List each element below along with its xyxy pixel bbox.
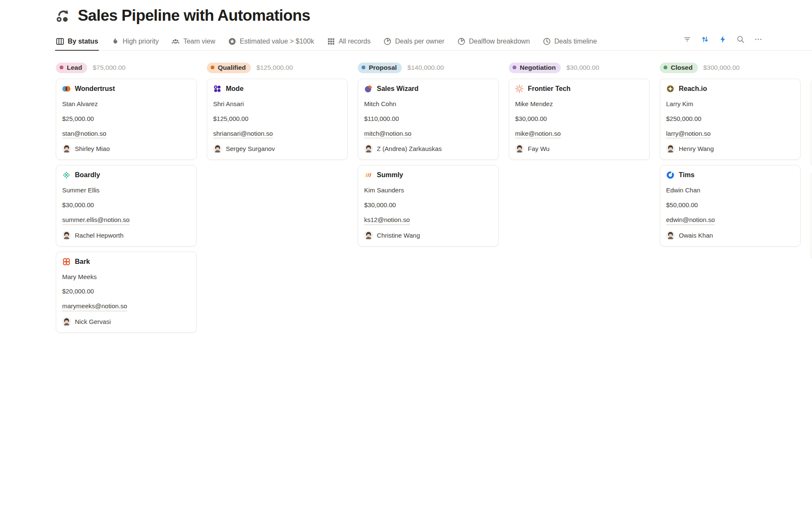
status-pill[interactable]: Proposal (358, 63, 402, 73)
column-cards: Frontier Tech Mike Mendez $30,000.00 mik… (509, 79, 650, 160)
sort-icon[interactable] (700, 35, 710, 44)
owner-avatar (62, 231, 71, 240)
column-lead: Lead $75,000.00 Wondertrust Stan Alvarez… (56, 62, 197, 333)
tab-by-status[interactable]: By status (56, 33, 98, 51)
column-closed: Closed $300,000.00 Reach.io Larry Kim $2… (660, 62, 801, 247)
tab-all-records[interactable]: All records (327, 33, 371, 51)
pie-chart-icon (383, 37, 392, 46)
automation-icon (56, 8, 72, 24)
contact-name: Kim Saunders (364, 186, 492, 195)
deal-card[interactable]: Sales Wizard Mitch Cohn $110,000.00 mitc… (358, 79, 499, 160)
status-label: Lead (67, 64, 82, 71)
owner-name: Owais Khan (679, 232, 713, 239)
deal-card[interactable]: Tims Edwin Chan $50,000.00 edwin@notion.… (660, 165, 801, 246)
status-dot-icon (60, 66, 63, 69)
contact-name: Edwin Chan (666, 186, 794, 195)
sales-wizard-logo (364, 85, 373, 93)
board-view-icon (56, 37, 64, 46)
owner-row: Shirley Miao (62, 144, 190, 153)
search-icon[interactable] (736, 35, 745, 44)
tab-dealflow-breakdown[interactable]: Dealflow breakdown (457, 33, 530, 51)
column-header: Proposal $140,000.00 (358, 62, 499, 74)
tab-high-priority[interactable]: High priority (111, 33, 159, 51)
mode-logo (213, 85, 222, 93)
deal-card[interactable]: Summly Kim Saunders $30,000.00 ks12@noti… (358, 165, 499, 246)
status-pill[interactable]: Negotiation (509, 63, 561, 73)
owner-name: Shirley Miao (75, 145, 110, 152)
owner-name: Fay Wu (528, 145, 549, 152)
status-dot-icon (211, 66, 214, 69)
contact-name: Summer Ellis (62, 186, 190, 195)
company-name: Mode (226, 85, 244, 93)
deal-card[interactable]: Boardly Summer Ellis $30,000.00 summer.e… (56, 165, 197, 246)
board: Lead $75,000.00 Wondertrust Stan Alvarez… (0, 62, 812, 333)
column-qualified: Qualified $125,000.00 Mode Shri Ansari $… (207, 62, 348, 160)
email-link[interactable]: larry@notion.so (666, 130, 710, 139)
email-link[interactable]: mitch@notion.so (364, 130, 411, 139)
contact-name: Mitch Cohn (364, 100, 492, 108)
tab-team-view[interactable]: Team view (171, 33, 215, 51)
owner-row: Nick Gervasi (62, 317, 190, 326)
tab-label: Deals timeline (554, 38, 597, 45)
tab-label: Deals per owner (395, 38, 444, 45)
more-icon[interactable] (754, 35, 763, 44)
owner-row: Owais Khan (666, 231, 794, 240)
owner-name: Nick Gervasi (75, 318, 111, 325)
card-title-row: Bark (62, 258, 190, 266)
email-link[interactable]: shriansari@notion.so (213, 130, 273, 139)
tab-label: Dealflow breakdown (469, 38, 530, 45)
email-link[interactable]: summer.ellis@notion.so (62, 216, 129, 225)
column-cards: Wondertrust Stan Alvarez $25,000.00 stan… (56, 79, 197, 333)
star-circle-icon (228, 37, 236, 46)
owner-avatar (62, 144, 71, 153)
status-label: Closed (671, 64, 693, 71)
deal-card[interactable]: Reach.io Larry Kim $250,000.00 larry@not… (660, 79, 801, 160)
deal-amount: $30,000.00 (364, 201, 492, 209)
deal-amount: $25,000.00 (62, 115, 190, 123)
tab-deals-per-owner[interactable]: Deals per owner (383, 33, 444, 51)
tab-estimated-value-100k[interactable]: Estimated value > $100k (228, 33, 314, 51)
status-pill[interactable]: Qualified (207, 63, 251, 73)
frontier-tech-logo (515, 85, 524, 93)
owner-avatar (666, 144, 675, 153)
status-pill[interactable]: Closed (660, 63, 698, 73)
automations-bolt-icon[interactable] (718, 35, 727, 44)
owner-row: Z (Andrea) Zarkauskas (364, 144, 492, 153)
owner-avatar (213, 144, 222, 153)
deal-card[interactable]: Mode Shri Ansari $125,000.00 shriansari@… (207, 79, 348, 160)
email-link[interactable]: stan@notion.so (62, 130, 106, 139)
page-header: Sales Pipeline with Automations (0, 7, 812, 25)
status-dot-icon (513, 66, 516, 69)
owner-name: Christine Wang (377, 232, 420, 239)
reachio-logo (666, 85, 675, 93)
tab-deals-timeline[interactable]: Deals timeline (543, 33, 597, 51)
card-title-row: Mode (213, 85, 341, 93)
deal-amount: $110,000.00 (364, 115, 492, 123)
email-link[interactable]: ks12@notion.so (364, 216, 410, 225)
card-title-row: Sales Wizard (364, 85, 492, 93)
column-total: $30,000.00 (566, 64, 599, 71)
owner-name: Sergey Surganov (226, 145, 275, 152)
deal-card[interactable]: Wondertrust Stan Alvarez $25,000.00 stan… (56, 79, 197, 160)
card-title-row: Tims (666, 171, 794, 179)
tab-label: All records (339, 38, 371, 45)
column-total: $140,000.00 (407, 64, 444, 71)
email-link[interactable]: marymeeks@notion.so (62, 302, 127, 311)
column-total: $75,000.00 (93, 64, 126, 71)
deal-card[interactable]: Frontier Tech Mike Mendez $30,000.00 mik… (509, 79, 650, 160)
deal-card[interactable]: Bark Mary Meeks $20,000.00 marymeeks@not… (56, 252, 197, 333)
owner-avatar (62, 317, 71, 326)
tab-label: Team view (183, 38, 215, 45)
filter-icon[interactable] (683, 35, 692, 44)
tims-logo (666, 171, 675, 179)
pie-chart-icon (457, 37, 466, 46)
email-link[interactable]: edwin@notion.so (666, 216, 715, 225)
contact-name: Larry Kim (666, 100, 794, 108)
card-title-row: Reach.io (666, 85, 794, 93)
email-link[interactable]: mike@notion.so (515, 130, 561, 139)
owner-name: Henry Wang (679, 145, 714, 152)
column-cards: Mode Shri Ansari $125,000.00 shriansari@… (207, 79, 348, 160)
view-toolbar (683, 35, 763, 44)
status-pill[interactable]: Lead (56, 63, 87, 73)
status-label: Qualified (218, 64, 246, 71)
